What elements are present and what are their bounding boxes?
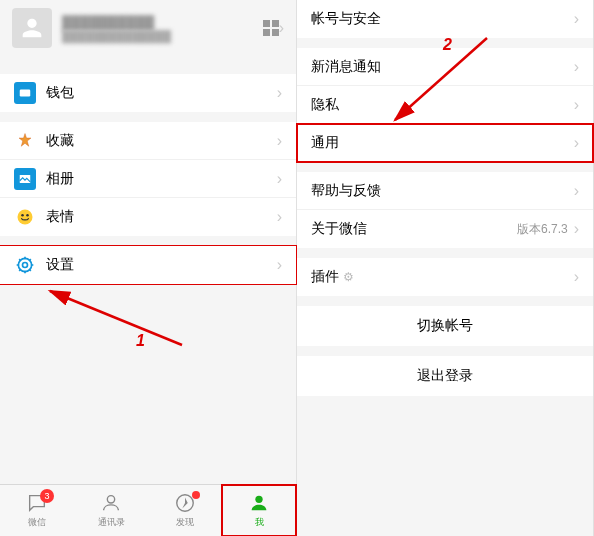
favorites-label: 收藏 [46,132,277,150]
album-icon [14,168,36,190]
profile-header[interactable]: ██████████ ██████████████ › [0,0,296,56]
notifications-label: 新消息通知 [311,58,574,76]
tab-chats-label: 微信 [28,516,46,529]
row-plugin[interactable]: 插件 ⚙ › [297,258,593,296]
tab-discover[interactable]: 发现 [148,485,222,536]
me-panel: ██████████ ██████████████ › 钱包 › 收藏 › [0,0,297,536]
account-group: 帐号与安全 › [297,0,593,38]
chevron-right-icon: › [574,134,579,152]
row-privacy[interactable]: 隐私 › [297,86,593,124]
sticker-icon [14,206,36,228]
chevron-right-icon: › [574,58,579,76]
settings-label: 设置 [46,256,277,274]
row-about[interactable]: 关于微信 版本6.7.3 › [297,210,593,248]
tab-contacts[interactable]: 通讯录 [74,485,148,536]
tab-bar: 3 微信 通讯录 发现 我 [0,484,296,536]
privacy-label: 隐私 [311,96,574,114]
help-label: 帮助与反馈 [311,182,574,200]
svg-point-3 [21,214,24,217]
row-favorites[interactable]: 收藏 › [0,122,296,160]
media-group: 收藏 › 相册 › 表情 › [0,122,296,236]
avatar [12,8,52,48]
wallet-group: 钱包 › [0,74,296,112]
chevron-right-icon: › [277,256,282,274]
album-label: 相册 [46,170,277,188]
switch-account-label: 切换帐号 [417,317,473,335]
tab-discover-label: 发现 [176,516,194,529]
chevron-right-icon: › [277,170,282,188]
about-version: 版本6.7.3 [517,221,568,238]
chevron-right-icon: › [279,19,284,37]
wallet-icon [14,82,36,104]
tab-me-label: 我 [255,516,264,529]
row-general-highlighted[interactable]: 通用 › [297,124,593,162]
plugin-label: 插件 [311,268,339,286]
chevron-right-icon: › [574,220,579,238]
spacer [0,294,296,484]
svg-point-6 [23,263,28,268]
spacer [297,406,593,536]
chevron-right-icon: › [277,208,282,226]
prefs-group: 新消息通知 › 隐私 › 通用 › [297,48,593,162]
profile-name: ██████████ [62,15,263,30]
about-label: 关于微信 [311,220,517,238]
tab-me[interactable]: 我 [222,485,296,536]
chevron-right-icon: › [574,10,579,28]
me-icon [248,492,270,514]
discover-dot [192,491,200,499]
help-group: 帮助与反馈 › 关于微信 版本6.7.3 › [297,172,593,248]
gear-icon [14,254,36,276]
row-switch-account[interactable]: 切换帐号 [297,306,593,346]
chevron-right-icon: › [574,182,579,200]
svg-point-4 [26,214,29,217]
row-account-security[interactable]: 帐号与安全 › [297,0,593,38]
chats-badge: 3 [40,489,54,503]
chevron-right-icon: › [574,96,579,114]
svg-rect-0 [20,90,31,97]
row-wallet[interactable]: 钱包 › [0,74,296,112]
tab-contacts-label: 通讯录 [98,516,125,529]
settings-group-highlighted: 设置 › [0,246,296,284]
chevron-right-icon: › [277,84,282,102]
row-notifications[interactable]: 新消息通知 › [297,48,593,86]
row-settings[interactable]: 设置 › [0,246,296,284]
plugin-group: 插件 ⚙ › [297,258,593,296]
chevron-right-icon: › [277,132,282,150]
plugin-gear-icon: ⚙ [343,270,354,284]
favorites-icon [14,130,36,152]
account-security-label: 帐号与安全 [311,10,574,28]
wallet-label: 钱包 [46,84,277,102]
qr-code-icon[interactable] [263,20,279,36]
svg-point-7 [107,496,114,503]
row-help[interactable]: 帮助与反馈 › [297,172,593,210]
tab-chats[interactable]: 3 微信 [0,485,74,536]
profile-id: ██████████████ [62,30,263,42]
row-logout[interactable]: 退出登录 [297,356,593,396]
svg-point-2 [18,210,33,225]
contacts-icon [100,492,122,514]
settings-panel: 帐号与安全 › 新消息通知 › 隐私 › 通用 › 帮助与反馈 › 关于微信 版… [297,0,594,536]
sticker-label: 表情 [46,208,277,226]
row-sticker[interactable]: 表情 › [0,198,296,236]
logout-label: 退出登录 [417,367,473,385]
row-album[interactable]: 相册 › [0,160,296,198]
svg-point-9 [255,496,262,503]
profile-text: ██████████ ██████████████ [62,15,263,42]
chevron-right-icon: › [574,268,579,286]
general-label: 通用 [311,134,574,152]
